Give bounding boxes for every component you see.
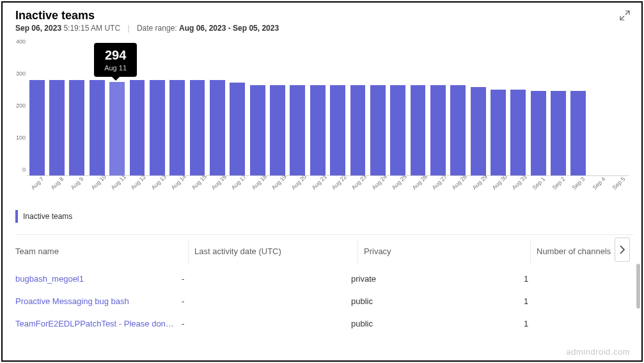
team-name-link[interactable]: bugbash_megoel1 xyxy=(15,274,182,284)
bar-slot[interactable] xyxy=(187,48,207,175)
bar[interactable] xyxy=(49,80,65,175)
scrollbar-thumb[interactable] xyxy=(636,264,640,309)
y-tick: 0 xyxy=(22,166,26,173)
bar-slot[interactable] xyxy=(448,48,468,175)
bar[interactable] xyxy=(250,85,265,175)
bar-slot[interactable] xyxy=(408,48,428,175)
bar[interactable] xyxy=(190,80,205,175)
x-tick: Aug 19 xyxy=(271,173,288,191)
x-tick: Sep 4 xyxy=(591,176,606,191)
bar[interactable] xyxy=(350,85,366,175)
y-tick: 100 xyxy=(16,134,26,141)
bar-slot[interactable] xyxy=(348,48,368,175)
x-tick: Aug 8 xyxy=(50,176,65,191)
page-title: Inactive teams xyxy=(15,9,629,22)
bar[interactable] xyxy=(69,80,84,175)
bar-slot[interactable] xyxy=(368,48,388,175)
chevron-right-icon xyxy=(619,245,625,254)
plot-area: 294 Aug 11 xyxy=(27,48,629,176)
last-activity-cell: - xyxy=(182,296,351,306)
bar-slot[interactable] xyxy=(488,48,508,175)
x-tick: Aug 31 xyxy=(511,173,528,191)
bar[interactable] xyxy=(330,85,345,175)
bar[interactable] xyxy=(510,90,526,175)
bar[interactable] xyxy=(109,82,125,175)
privacy-cell: public xyxy=(351,319,524,328)
bar[interactable] xyxy=(491,90,506,175)
bar-slot[interactable] xyxy=(267,48,287,175)
separator: | xyxy=(127,24,129,33)
y-tick: 300 xyxy=(16,70,26,77)
team-name-link[interactable]: TeamForE2EDLPPatchTest - Please don't ..… xyxy=(15,319,182,328)
bar[interactable] xyxy=(270,85,285,175)
bar-slot[interactable] xyxy=(228,48,247,175)
bar[interactable] xyxy=(90,80,105,175)
chart-legend: Inactive teams xyxy=(15,210,629,223)
bar[interactable] xyxy=(471,87,486,175)
bar[interactable] xyxy=(210,80,225,175)
bar-slot[interactable] xyxy=(47,48,67,175)
x-tick: Aug 25 xyxy=(391,173,408,191)
bar-slot[interactable] xyxy=(508,48,528,175)
x-tick: Aug 13 xyxy=(150,173,168,191)
bar[interactable] xyxy=(230,83,245,175)
bar[interactable] xyxy=(570,91,586,175)
col-team-name[interactable]: Team name xyxy=(15,246,194,256)
bar-slot[interactable] xyxy=(247,48,267,175)
bar-slot[interactable] xyxy=(207,48,227,175)
x-tick: Aug 23 xyxy=(350,173,368,191)
team-name-link[interactable]: Proactive Messaging bug bash xyxy=(15,296,182,306)
bar[interactable] xyxy=(150,80,165,175)
bar[interactable] xyxy=(411,85,426,175)
bar[interactable] xyxy=(130,80,145,175)
bar-slot[interactable] xyxy=(308,48,327,175)
table-row: Proactive Messaging bug bash-public1 xyxy=(15,290,634,312)
x-tick: Aug 30 xyxy=(491,173,508,191)
bar[interactable] xyxy=(531,91,546,175)
bar-slot[interactable] xyxy=(588,48,608,175)
x-tick: Sep 1 xyxy=(531,176,546,191)
bar[interactable] xyxy=(290,85,305,175)
tooltip-label: Aug 11 xyxy=(104,64,127,72)
x-tick: Sep 2 xyxy=(551,176,567,191)
bar[interactable] xyxy=(29,80,45,175)
bar[interactable] xyxy=(310,85,326,175)
bar[interactable] xyxy=(551,91,566,175)
bar[interactable] xyxy=(169,80,185,175)
channels-cell: 1 xyxy=(524,296,634,306)
date-range-value: Aug 06, 2023 - Sep 05, 2023 xyxy=(179,24,279,33)
bar-slot[interactable] xyxy=(147,48,167,175)
bar-slot[interactable] xyxy=(468,48,488,175)
tooltip-value: 294 xyxy=(104,48,127,63)
bar-slot[interactable] xyxy=(528,48,548,175)
bar-slot[interactable] xyxy=(168,48,187,175)
bar-slot[interactable] xyxy=(548,48,568,175)
x-axis: Aug 7Aug 8Aug 9Aug 10Aug 11Aug 12Aug 13A… xyxy=(27,176,629,198)
bar-slot[interactable] xyxy=(569,48,588,175)
bar-slot[interactable] xyxy=(327,48,347,175)
bar-slot[interactable] xyxy=(428,48,448,175)
next-page-button[interactable] xyxy=(615,238,630,262)
bar[interactable] xyxy=(450,85,466,175)
col-privacy[interactable]: Privacy xyxy=(364,246,537,256)
col-last-activity[interactable]: Last activity date (UTC) xyxy=(194,246,364,256)
bar-slot[interactable] xyxy=(27,48,47,175)
bar-slot[interactable] xyxy=(388,48,407,175)
x-tick: Aug 26 xyxy=(411,173,428,191)
channels-cell: 1 xyxy=(524,319,634,328)
bar[interactable] xyxy=(390,85,405,175)
bar-slot[interactable] xyxy=(288,48,308,175)
bar[interactable] xyxy=(430,85,446,175)
table-body: bugbash_megoel1-private1Proactive Messag… xyxy=(15,268,634,335)
report-time: 5:19:15 AM UTC xyxy=(63,24,120,33)
x-tick: Aug 12 xyxy=(130,173,147,191)
bar-slot[interactable] xyxy=(67,48,87,175)
x-tick: Aug 9 xyxy=(70,176,85,191)
expand-icon[interactable] xyxy=(620,10,630,20)
bar-chart: 0100200300400 294 Aug 11 Aug 7Aug 8Aug 9… xyxy=(15,48,629,198)
bar-slot[interactable] xyxy=(608,48,628,175)
bar[interactable] xyxy=(370,85,386,175)
x-tick: Aug 16 xyxy=(210,173,228,191)
teams-table: Team name Last activity date (UTC) Priva… xyxy=(15,234,634,335)
x-tick: Aug 28 xyxy=(451,173,468,191)
